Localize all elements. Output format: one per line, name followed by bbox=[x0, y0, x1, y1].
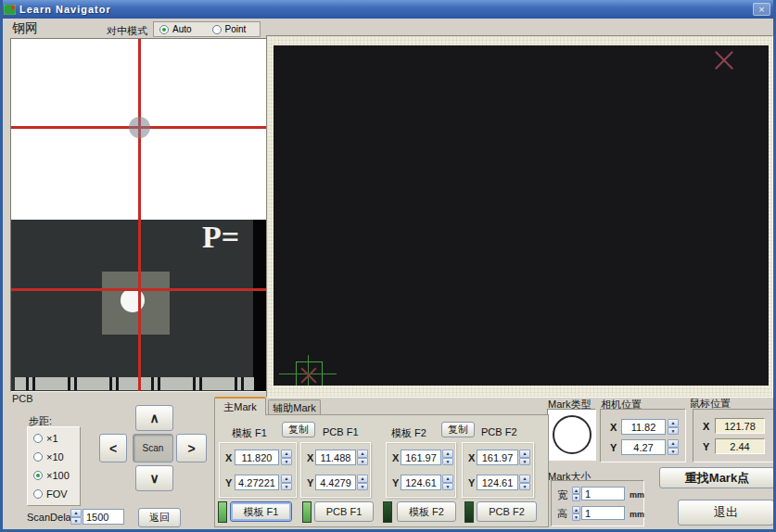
close-icon[interactable]: × bbox=[753, 3, 770, 16]
step-option-x10[interactable]: ×10 bbox=[33, 451, 74, 462]
step-option-fov-label: FOV bbox=[46, 488, 68, 500]
app-icon bbox=[4, 5, 16, 15]
mark-x-icon bbox=[299, 364, 319, 385]
step-option-x1-label: ×1 bbox=[46, 433, 58, 444]
jog-down-button[interactable]: ∨ bbox=[135, 465, 173, 491]
template-f1-y-input[interactable]: 4.27221 bbox=[235, 475, 279, 490]
mouse-position-group: X 121.78 Y 2.44 bbox=[693, 409, 774, 462]
pcb-f2-y-stepper[interactable]: ▲▼ bbox=[519, 475, 530, 490]
mark-height-input[interactable]: 1 bbox=[581, 506, 625, 520]
camera-image-edge bbox=[253, 220, 266, 391]
template-f1-button[interactable]: 模板 F1 bbox=[230, 501, 292, 522]
scan-delay-label: ScanDelay bbox=[27, 512, 76, 523]
camera-y-label: Y bbox=[610, 442, 617, 453]
x-label: X bbox=[225, 452, 232, 463]
mark-width-stepper[interactable]: ▲▼ bbox=[572, 487, 580, 500]
mouse-x-value: 121.78 bbox=[715, 418, 765, 434]
radio-point[interactable] bbox=[212, 25, 222, 34]
pcb-canvas[interactable] bbox=[274, 45, 769, 386]
centering-mode-label: 对中模式 bbox=[107, 24, 147, 38]
mark-width-input[interactable]: 1 bbox=[581, 487, 625, 500]
copy-button-2[interactable]: 复制 bbox=[441, 422, 475, 437]
camera-y-input[interactable]: 4.27 bbox=[621, 439, 666, 455]
pcb-f1-y-input[interactable]: 4.4279 bbox=[315, 475, 356, 490]
pcb-f2-y-input[interactable]: 124.61 bbox=[477, 475, 518, 490]
step-group: ×1 ×10 ×100 FOV bbox=[27, 426, 81, 506]
camera-overlay-text: P= bbox=[202, 220, 239, 255]
exit-button[interactable]: 退出 bbox=[678, 500, 774, 526]
template-f1-y-stepper[interactable]: ▲▼ bbox=[281, 475, 292, 490]
learn-navigator-window: Learn Navigator × 钢网 对中模式 Auto Point P= bbox=[0, 0, 776, 532]
step-option-fov[interactable]: FOV bbox=[33, 488, 74, 500]
template-f2-button[interactable]: 模板 F2 bbox=[397, 501, 456, 522]
coord-group-template-f1: X 11.820 ▲▼ Y 4.27221 ▲▼ bbox=[219, 442, 297, 498]
mark-width-unit: mm bbox=[630, 490, 644, 500]
radio-x1[interactable] bbox=[33, 434, 43, 443]
mark-height-label: 高 bbox=[557, 507, 567, 521]
step-option-x100-label: ×100 bbox=[46, 470, 70, 481]
template-f2-x-stepper[interactable]: ▲▼ bbox=[442, 450, 453, 465]
mark-height-stepper[interactable]: ▲▼ bbox=[572, 506, 580, 520]
pcb-f1-y-stepper[interactable]: ▲▼ bbox=[357, 475, 368, 490]
return-button[interactable]: 返回 bbox=[138, 508, 181, 527]
pcb-f2-x-input[interactable]: 161.97 bbox=[477, 450, 518, 465]
tab-main-mark[interactable]: 主Mark bbox=[214, 397, 266, 415]
template-f2-x-input[interactable]: 161.97 bbox=[401, 450, 441, 465]
scan-delay-input[interactable]: 1500 bbox=[83, 509, 124, 525]
radio-auto-label: Auto bbox=[172, 24, 192, 34]
scan-button[interactable]: Scan bbox=[133, 434, 173, 462]
jog-up-button[interactable]: ∧ bbox=[135, 405, 173, 431]
tab-aux-mark[interactable]: 辅助Mark bbox=[268, 399, 321, 415]
pcb-f2-button[interactable]: PCB F2 bbox=[477, 501, 537, 522]
template-f2-status-led bbox=[383, 501, 392, 523]
x-label: X bbox=[468, 452, 475, 463]
radio-x10[interactable] bbox=[33, 452, 43, 462]
x-label: X bbox=[392, 452, 399, 463]
step-option-x100[interactable]: ×100 bbox=[33, 470, 74, 481]
template-f2-y-input[interactable]: 124.61 bbox=[401, 475, 441, 490]
crosshair-vertical bbox=[138, 39, 141, 391]
circle-mark-icon bbox=[553, 415, 592, 454]
title-bar[interactable]: Learn Navigator × bbox=[0, 0, 776, 19]
template-f1-x-input[interactable]: 11.820 bbox=[235, 450, 279, 465]
template-f2-y-stepper[interactable]: ▲▼ bbox=[442, 475, 453, 490]
y-label: Y bbox=[225, 477, 232, 488]
jog-right-button[interactable]: > bbox=[176, 434, 207, 462]
stencil-label: 钢网 bbox=[12, 20, 38, 37]
x-label: X bbox=[307, 452, 313, 463]
camera-x-label: X bbox=[610, 422, 617, 433]
y-label: Y bbox=[468, 477, 475, 488]
camera-x-input[interactable]: 11.82 bbox=[621, 419, 666, 435]
camera-y-stepper[interactable]: ▲▼ bbox=[668, 439, 679, 455]
mark-size-group: 宽 ▲▼ 1 mm 高 ▲▼ 1 mm bbox=[551, 480, 644, 526]
mouse-y-value: 2.44 bbox=[715, 438, 765, 454]
template-f1-x-stepper[interactable]: ▲▼ bbox=[281, 450, 292, 465]
radio-point-label: Point bbox=[225, 24, 247, 34]
scan-delay-stepper[interactable]: ▲▼ bbox=[70, 509, 82, 525]
radio-auto[interactable] bbox=[159, 25, 169, 34]
radio-x100[interactable] bbox=[33, 471, 43, 480]
pcb-edge-ruler bbox=[15, 377, 254, 390]
mouse-x-label: X bbox=[703, 421, 709, 432]
pcb-label: PCB bbox=[12, 393, 33, 404]
pcb-f1-button[interactable]: PCB F1 bbox=[314, 501, 374, 522]
pcb-f1-x-input[interactable]: 11.488 bbox=[315, 450, 356, 465]
pcb-f2-x-stepper[interactable]: ▲▼ bbox=[519, 450, 530, 465]
camera-view[interactable]: P= bbox=[10, 38, 267, 392]
mark-height-unit: mm bbox=[630, 510, 644, 519]
radio-fov[interactable] bbox=[33, 489, 43, 499]
mark-width-label: 宽 bbox=[557, 488, 567, 502]
jog-left-button[interactable]: < bbox=[99, 434, 127, 462]
pcb-f1-status-led bbox=[302, 501, 312, 523]
y-label: Y bbox=[307, 477, 313, 488]
refind-mark-button[interactable]: 重找Mark点 bbox=[659, 467, 775, 488]
window-title: Learn Navigator bbox=[19, 4, 111, 15]
copy-button-1[interactable]: 复制 bbox=[282, 422, 315, 437]
camera-x-stepper[interactable]: ▲▼ bbox=[668, 419, 679, 435]
fiducial-dot bbox=[121, 288, 145, 312]
coord-group-template-f2: X 161.97 ▲▼ Y 124.61 ▲▼ bbox=[386, 442, 456, 498]
group4-label: PCB F2 bbox=[481, 426, 517, 437]
camera-position-group: X 11.82 ▲▼ Y 4.27 ▲▼ bbox=[600, 409, 686, 462]
pcb-f1-x-stepper[interactable]: ▲▼ bbox=[357, 450, 368, 465]
step-option-x1[interactable]: ×1 bbox=[33, 433, 74, 444]
